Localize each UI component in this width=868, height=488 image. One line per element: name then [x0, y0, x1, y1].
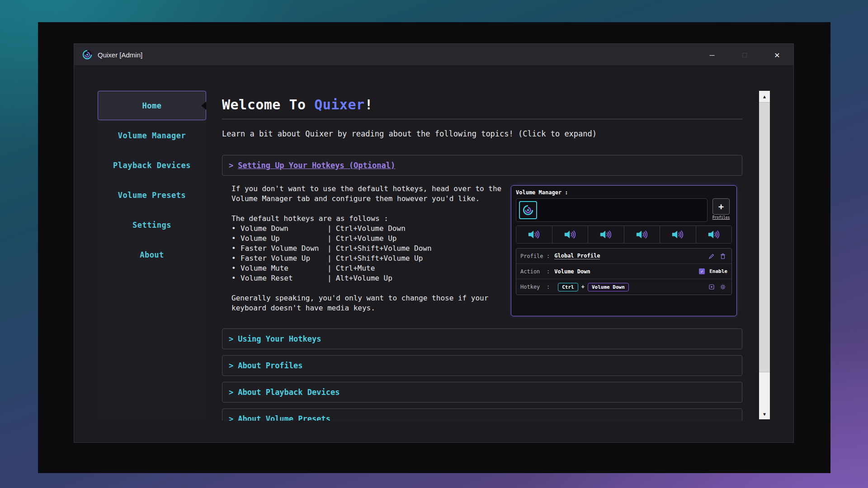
bullet-icon: • — [231, 244, 241, 253]
page-title-suffix: ! — [365, 97, 373, 113]
bullet-icon: • — [231, 273, 241, 283]
hotkey-action: Volume Down — [241, 224, 327, 234]
bullet-icon: • — [231, 234, 241, 244]
titlebar[interactable]: Quixer [Admin] – □ × — [74, 44, 793, 66]
speaker-icon — [516, 226, 552, 243]
minimize-button[interactable]: – — [696, 44, 728, 66]
sidebar: Home Volume Manager Playback Devices Vol… — [98, 91, 206, 420]
volume-manager-preview: Volume Manager : — [511, 185, 737, 316]
hotkey-combo: Ctrl+Mute — [336, 263, 375, 273]
preview-action-row: Action : Volume Down ✓ Enable — [516, 264, 731, 279]
sidebar-item-label: About — [140, 250, 164, 259]
bullet-icon: • — [231, 263, 241, 273]
window-title: Quixer [Admin] — [98, 51, 142, 59]
hotkey-row: • Volume Up | Ctrl+Volume Up — [231, 234, 508, 244]
sidebar-item-volume-presets[interactable]: Volume Presets — [98, 180, 206, 210]
section-header-using-hotkeys[interactable]: > Using Your Hotkeys — [222, 328, 742, 349]
maximize-button[interactable]: □ — [728, 44, 761, 66]
setup-paragraph-2: Generally speaking, you'd only want to c… — [231, 293, 508, 313]
hotkey-combo: Ctrl+Volume Up — [336, 234, 397, 244]
hotkey-list-intro: The default hotkeys are as follows : — [231, 214, 508, 224]
scroll-up-button[interactable]: ▲ — [759, 91, 770, 102]
sidebar-item-home[interactable]: Home — [98, 91, 206, 120]
plus-separator: + — [581, 284, 585, 290]
hotkey-settings-icon — [718, 283, 727, 291]
colon: : — [547, 253, 550, 259]
page-title-brand: Quixer — [314, 97, 364, 113]
sidebar-item-playback-devices[interactable]: Playback Devices — [98, 150, 206, 180]
hotkey-combo: Ctrl+Volume Down — [336, 224, 406, 234]
pipe-separator: | — [327, 253, 332, 263]
hotkey-row: • Volume Mute | Ctrl+Mute — [231, 263, 508, 273]
pipe-separator: | — [327, 224, 332, 234]
scrollbar-track[interactable]: ▲ ▼ — [759, 91, 770, 419]
section-header-about-volume-presets[interactable]: > About Volume Presets — [222, 408, 742, 421]
sidebar-item-label: Playback Devices — [113, 161, 191, 170]
section-label: About Profiles — [238, 361, 302, 370]
hotkey-row: • Volume Reset | Alt+Volume Up — [231, 273, 508, 283]
hotkey-combo: Alt+Volume Up — [336, 273, 392, 283]
pipe-separator: | — [327, 273, 332, 283]
section-header-about-playback-devices[interactable]: > About Playback Devices — [222, 382, 742, 403]
section-label: About Volume Presets — [238, 414, 330, 421]
section-label: Setting Up Your Hotkeys (Optional) — [238, 161, 395, 170]
sidebar-item-label: Volume Presets — [118, 191, 186, 200]
main-content: Welcome To Quixer! Learn a bit about Qui… — [222, 91, 742, 421]
action-label: Action — [520, 268, 547, 275]
hotkey-record-icon — [707, 283, 716, 291]
sidebar-item-label: Settings — [132, 221, 171, 230]
close-button[interactable]: × — [761, 44, 793, 66]
preview-details-panel: Profile : Global Profile — [516, 248, 732, 295]
chevron-right-icon: > — [229, 414, 233, 421]
preview-title: Volume Manager : — [516, 189, 736, 196]
scroll-down-button[interactable]: ▼ — [759, 408, 770, 419]
sidebar-item-volume-manager[interactable]: Volume Manager — [98, 121, 206, 150]
sidebar-item-label: Volume Manager — [118, 131, 186, 140]
enable-label: Enable — [709, 268, 727, 274]
section-header-setup-hotkeys[interactable]: > Setting Up Your Hotkeys (Optional) — [222, 155, 742, 176]
speaker-icon — [588, 226, 624, 243]
pipe-separator: | — [327, 263, 332, 273]
page-subtitle: Learn a bit about Quixer by reading abou… — [222, 129, 742, 139]
enable-checkbox: ✓ — [699, 268, 705, 274]
colon: : — [547, 268, 550, 275]
edit-profile-icon — [707, 252, 716, 260]
hotkey-main-chip: Volume Down — [588, 283, 629, 291]
sidebar-item-settings[interactable]: Settings — [98, 210, 206, 239]
preview-device-list — [516, 198, 708, 222]
pipe-separator: | — [327, 244, 332, 253]
scroll-thumb[interactable] — [759, 102, 770, 372]
page-header: Welcome To Quixer! — [222, 91, 742, 119]
sidebar-item-about[interactable]: About — [98, 240, 206, 269]
setup-text-column: If you don't want to use the default hot… — [231, 184, 508, 313]
preview-profile-row: Profile : Global Profile — [516, 249, 731, 264]
chevron-right-icon: > — [229, 161, 233, 170]
profile-label: Profile — [520, 253, 547, 259]
preview-device-logo-icon — [519, 201, 537, 219]
window-controls: – □ × — [696, 44, 793, 66]
quixer-window: Quixer [Admin] – □ × Home Volume Manager… — [74, 43, 794, 443]
delete-profile-icon — [718, 252, 727, 260]
hotkey-action: Volume Up — [241, 234, 327, 244]
section-label: Using Your Hotkeys — [238, 334, 321, 343]
hotkey-action: Faster Volume Up — [241, 253, 327, 263]
hotkey-combo: Ctrl+Shift+Volume Up — [336, 253, 423, 263]
speaker-icon — [624, 226, 660, 243]
hotkey-label: Hotkey — [520, 284, 547, 290]
hotkey-row: • Faster Volume Down | Ctrl+Shift+Volume… — [231, 244, 508, 253]
profiles-label: Profiles — [712, 216, 730, 220]
desktop-background: Quixer [Admin] – □ × Home Volume Manager… — [0, 0, 868, 488]
section-header-about-profiles[interactable]: > About Profiles — [222, 355, 742, 376]
add-profile-button: + — [712, 198, 730, 215]
preview-profiles-column: + Profiles — [710, 198, 732, 222]
pipe-separator: | — [327, 234, 332, 244]
page-title-prefix: Welcome To — [222, 97, 314, 113]
profile-value: Global Profile — [554, 253, 600, 259]
bullet-icon: • — [231, 253, 241, 263]
bullet-icon: • — [231, 224, 241, 234]
chevron-right-icon: > — [229, 334, 233, 343]
sidebar-item-label: Home — [142, 101, 162, 110]
hotkey-row: • Faster Volume Up | Ctrl+Shift+Volume U… — [231, 253, 508, 263]
speaker-icon — [552, 226, 589, 243]
colon: : — [547, 284, 550, 290]
